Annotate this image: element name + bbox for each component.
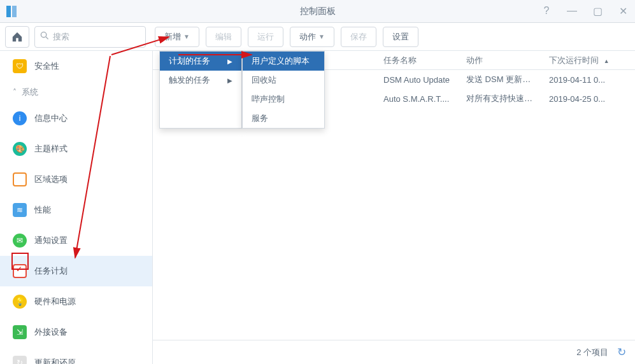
region-icon [13,172,27,186]
sidebar-item-perf[interactable]: ≋性能 [0,195,152,225]
reload-icon[interactable]: ↻ [617,346,626,359]
col-time[interactable]: 下次运行时间 ▲ [541,55,635,66]
action-button[interactable]: 动作 ▼ [290,27,334,47]
sidebar-item-label: 安全性 [34,60,59,72]
maximize-icon[interactable]: ▢ [588,5,607,17]
cell-time: 2019-04-11 0... [541,75,635,85]
save-button[interactable]: 保存 [341,27,376,47]
minimize-icon[interactable]: — [562,5,581,17]
home-button[interactable] [5,26,29,48]
sidebar-item-task[interactable]: 任务计划 [0,256,152,286]
sidebar-group-system[interactable]: ˄ 系统 [0,79,152,103]
menu-item-scheduled[interactable]: 计划的任务 ▶ [160,52,241,71]
help-icon[interactable]: ? [537,5,556,17]
sidebar-item-theme[interactable]: 🎨主题样式 [0,134,152,164]
svg-point-2 [41,32,46,37]
perf-icon: ≋ [13,203,27,217]
chevron-down-icon: ▼ [183,33,190,40]
sidebar-item-hardware[interactable]: 💡硬件和电源 [0,286,152,317]
search-icon [40,31,49,42]
chevron-up-icon: ˄ [13,88,17,97]
title-bar: 控制面板 ? — ▢ ✕ [0,0,635,23]
search-input[interactable] [53,32,140,41]
menu-item-recycle[interactable]: 回收站 [243,71,324,90]
sort-asc-icon: ▲ [604,58,610,64]
notify-icon: ✉ [13,234,27,248]
close-icon[interactable]: ✕ [613,5,632,17]
svg-line-3 [46,37,48,39]
sidebar-item-notify[interactable]: ✉通知设置 [0,225,152,256]
action-button-label: 动作 [299,31,316,43]
theme-icon: 🎨 [13,142,27,156]
header-bar: 新增 ▼ 编辑 运行 动作 ▼ 保存 设置 [0,23,635,51]
menu-item-triggered[interactable]: 触发的任务 ▶ [160,71,241,90]
shield-icon: 🛡 [13,59,27,73]
sidebar-item-security[interactable]: 🛡 安全性 [0,53,152,79]
sidebar-item-info[interactable]: i信息中心 [0,103,152,134]
menu-item-beep[interactable]: 哔声控制 [243,90,324,109]
home-icon [11,31,23,43]
sidebar-group-label: 系统 [22,87,38,98]
hardware-icon: 💡 [13,295,27,309]
cell-time: 2019-04-25 0... [541,94,635,104]
add-menu: 计划的任务 ▶ 触发的任务 ▶ [159,51,242,129]
menu-item-service[interactable]: 服务 [243,109,324,128]
sidebar-item-region[interactable]: 区域选项 [0,164,152,195]
update-icon: ↻ [13,356,27,364]
chevron-down-icon: ▼ [318,33,325,40]
chevron-right-icon: ▶ [227,77,232,84]
cell-action: 对所有支持快速检... [459,93,541,104]
info-icon: i [13,111,27,125]
add-submenu: 用户定义的脚本 回收站 哔声控制 服务 [242,51,325,129]
content-area: 任务名称 动作 下次运行时间 ▲ 动更新 DSM Auto Update 发送 … [153,51,635,364]
cell-name: Auto S.M.A.R.T.... [376,94,459,104]
chevron-right-icon: ▶ [227,58,232,65]
run-button[interactable]: 运行 [248,27,283,47]
external-icon: ⇲ [13,325,27,339]
cell-action: 发送 DSM 更新通知 [459,74,541,85]
menu-item-user-script[interactable]: 用户定义的脚本 [243,52,324,71]
col-name[interactable]: 任务名称 [376,55,459,66]
item-count: 2 个项目 [576,347,608,358]
task-icon [13,264,27,278]
sidebar-item-external[interactable]: ⇲外接设备 [0,317,152,347]
search-box[interactable] [34,26,146,48]
cell-name: DSM Auto Update [376,75,459,85]
status-bar: 2 个项目 ↻ [153,340,635,364]
col-action[interactable]: 动作 [459,55,541,66]
settings-button[interactable]: 设置 [383,27,418,47]
add-button-label: 新增 [164,31,181,43]
edit-button[interactable]: 编辑 [206,27,241,47]
sidebar-item-update[interactable]: ↻更新和还原 [0,347,152,364]
sidebar: 🛡 安全性 ˄ 系统 i信息中心 🎨主题样式 区域选项 ≋性能 ✉通知设置 任务… [0,51,153,364]
add-button[interactable]: 新增 ▼ [155,27,199,47]
